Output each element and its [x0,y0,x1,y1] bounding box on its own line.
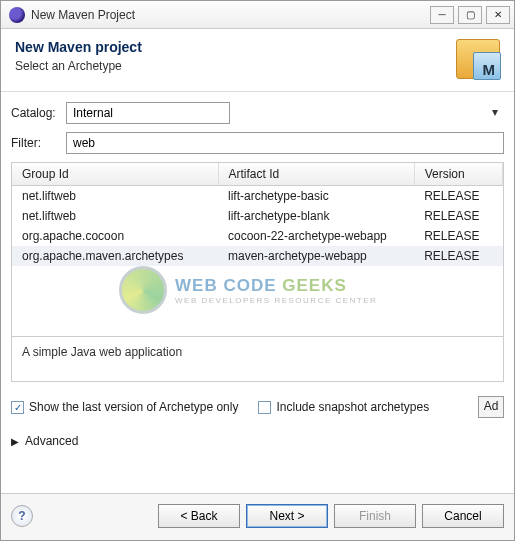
table-cell: maven-archetype-webapp [218,246,414,266]
catalog-select[interactable] [66,102,230,124]
show-last-version-checkbox[interactable]: ✓ Show the last version of Archetype onl… [11,400,238,414]
back-button[interactable]: < Back [158,504,240,528]
include-snapshot-label: Include snapshot archetypes [276,400,429,414]
page-title: New Maven project [15,39,142,55]
maven-folder-icon [456,39,500,79]
table-cell: RELEASE [414,206,502,226]
add-archetype-button[interactable]: Ad [478,396,504,418]
table-cell: org.apache.cocoon [12,226,218,246]
next-button[interactable]: Next > [246,504,328,528]
wizard-button-bar: ? < Back Next > Finish Cancel [1,493,514,540]
table-row[interactable]: net.liftweblift-archetype-blankRELEASE [12,206,503,226]
help-button[interactable]: ? [11,505,33,527]
table-row[interactable]: org.apache.cocooncocoon-22-archetype-web… [12,226,503,246]
catalog-label: Catalog: [11,106,66,120]
table-cell: RELEASE [414,246,502,266]
table-cell: lift-archetype-blank [218,206,414,226]
wizard-body: Catalog: Filter: Group Id Artifact Id Ve… [1,92,514,448]
archetype-description: A simple Java web application [11,336,504,382]
advanced-label: Advanced [25,434,78,448]
table-cell: org.apache.maven.archetypes [12,246,218,266]
table-cell: RELEASE [414,226,502,246]
minimize-button[interactable]: ─ [430,6,454,24]
table-cell: lift-archetype-basic [218,186,414,207]
page-subtitle: Select an Archetype [15,59,142,73]
eclipse-icon [9,7,25,23]
table-cell: net.liftweb [12,206,218,226]
table-row[interactable]: org.apache.maven.archetypesmaven-archety… [12,246,503,266]
filter-label: Filter: [11,136,66,150]
window-title: New Maven Project [31,8,430,22]
advanced-toggle[interactable]: ▶ Advanced [11,434,504,448]
window-titlebar: New Maven Project ─ ▢ ✕ [1,1,514,29]
show-last-version-label: Show the last version of Archetype only [29,400,238,414]
cancel-button[interactable]: Cancel [422,504,504,528]
col-group-id[interactable]: Group Id [12,163,218,186]
col-version[interactable]: Version [414,163,502,186]
include-snapshot-checkbox[interactable]: Include snapshot archetypes [258,400,429,414]
table-cell: RELEASE [414,186,502,207]
expand-icon: ▶ [11,436,19,447]
table-row[interactable]: net.liftweblift-archetype-basicRELEASE [12,186,503,207]
maximize-button[interactable]: ▢ [458,6,482,24]
col-artifact-id[interactable]: Artifact Id [218,163,414,186]
finish-button[interactable]: Finish [334,504,416,528]
archetype-table[interactable]: Group Id Artifact Id Version net.liftweb… [11,162,504,337]
table-cell: net.liftweb [12,186,218,207]
table-cell: cocoon-22-archetype-webapp [218,226,414,246]
filter-input[interactable] [66,132,504,154]
window-controls: ─ ▢ ✕ [430,6,510,24]
wizard-header: New Maven project Select an Archetype [1,29,514,92]
close-button[interactable]: ✕ [486,6,510,24]
